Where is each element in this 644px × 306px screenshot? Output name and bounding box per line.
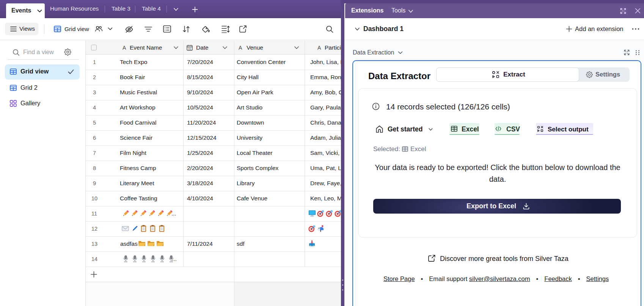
svg-text:31: 31 (188, 47, 191, 50)
